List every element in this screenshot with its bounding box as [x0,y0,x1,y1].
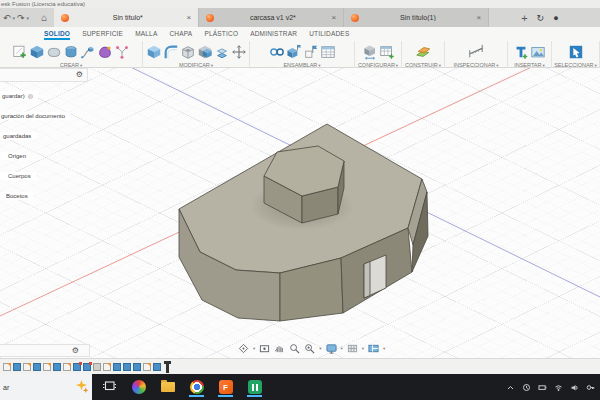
revolve-icon[interactable] [63,44,79,60]
browser-row-label[interactable]: guración del documento [0,112,70,120]
browser-row-label[interactable]: guardadas [0,132,36,140]
timeline-feature-extrude[interactable] [13,363,21,371]
viewports-icon[interactable] [368,343,379,354]
gear-icon[interactable]: ⚙ [76,71,83,79]
move-icon[interactable] [231,44,247,60]
home-icon[interactable]: ⌂ [41,12,47,23]
green-app-button[interactable] [247,377,262,397]
chevron-up-icon[interactable] [506,378,515,396]
gear-icon[interactable]: ⚙ [72,347,79,355]
document-tab[interactable]: Sin título*× [54,8,199,27]
chevron-down-icon[interactable]: ▾ [13,15,16,21]
close-icon[interactable]: × [477,13,482,22]
3d-scene[interactable] [0,68,600,358]
timeline-feature-extrude[interactable] [153,363,161,371]
timeline-feature-sketch[interactable] [23,363,31,371]
select-icon[interactable] [568,44,584,60]
timeline-playhead[interactable] [166,361,169,373]
fit-icon[interactable] [304,343,315,354]
bom-table-icon[interactable] [320,44,336,60]
ribbon-tab-solido[interactable]: SOLIDO [44,30,70,40]
key-icon[interactable] [586,378,595,396]
display-settings-icon[interactable] [326,343,337,354]
timeline-feature-extrude[interactable] [133,363,141,371]
ribbon-tab-chapa[interactable]: CHAPA [169,30,192,40]
chrome-button[interactable] [189,377,204,397]
pan-icon[interactable] [274,343,285,354]
browser-row[interactable]: guardadas [0,124,88,142]
grid-settings-icon[interactable] [347,343,358,354]
combine-icon[interactable] [197,44,213,60]
joint-icon[interactable] [269,44,285,60]
timeline-feature-extrude[interactable] [123,363,131,371]
timeline-feature-extrude[interactable] [33,363,41,371]
bottom-panel[interactable]: ⚙ [0,344,90,357]
timeline-feature-gray[interactable] [93,363,101,371]
timeline-feature-combine[interactable] [83,363,91,371]
create-sketch-icon[interactable] [12,44,28,60]
new-component-icon[interactable] [286,44,302,60]
insert-image-icon[interactable] [530,44,546,60]
timeline-feature-sketch[interactable] [143,363,151,371]
model-body[interactable] [179,124,428,321]
browser-row-label[interactable]: guardar)◎ [0,91,38,100]
chevron-down-icon[interactable]: ▾ [383,346,385,351]
radio-icon[interactable]: ◎ [28,93,33,99]
browser-row[interactable]: guardar)◎ [0,84,88,102]
chevron-down-icon[interactable]: ▾ [27,15,30,21]
sync-icon[interactable] [522,378,531,396]
timeline-feature-sketch[interactable] [43,363,51,371]
timeline-feature-extrude[interactable] [53,363,61,371]
construction-plane-icon[interactable] [415,44,431,60]
config-table-icon[interactable] [379,44,395,60]
insert-element-icon[interactable] [513,44,529,60]
chevron-down-icon[interactable]: ▾ [253,346,255,351]
ribbon-tab-malla[interactable]: MALLA [135,30,157,40]
extrude-icon[interactable] [29,44,45,60]
shell-icon[interactable] [180,44,196,60]
close-icon[interactable]: × [332,13,337,22]
profile-icon[interactable]: ● [553,13,558,23]
browser-row[interactable]: Bocetos [0,184,88,202]
timeline-feature-sketch[interactable] [3,363,11,371]
timeline-feature-sketch[interactable] [103,363,111,371]
browser-row-label[interactable]: Origen [0,152,31,160]
orbit-icon[interactable] [238,343,249,354]
file-explorer-button[interactable] [160,377,175,397]
ribbon-tab-administrar[interactable]: ADMINISTRAR [250,30,297,40]
volume-icon[interactable] [570,378,579,396]
document-tab[interactable]: carcasa v1 v2*× [199,8,344,27]
rigid-group-icon[interactable] [303,44,319,60]
chevron-down-icon[interactable]: ▾ [362,346,364,351]
redo-icon[interactable]: ↷ [17,13,25,23]
browser-row-label[interactable]: Bocetos [0,192,33,200]
fillet-icon[interactable] [163,44,179,60]
ribbon-tab-superficie[interactable]: SUPERFICIE [82,30,123,40]
offset-icon[interactable] [214,44,230,60]
fusion-360-button[interactable]: F [218,377,233,397]
viewport-canvas[interactable]: ⚙ guardar)◎guración del documentoguardad… [0,68,600,358]
sweep-icon[interactable] [80,44,96,60]
wifi-icon[interactable] [554,378,563,396]
browser-row[interactable]: Cuerpos [0,164,88,182]
look-at-icon[interactable] [259,343,270,354]
task-view-button[interactable] [102,377,117,397]
document-tab[interactable]: Sin título(1)× [344,8,489,27]
browser-header[interactable]: ⚙ [0,68,88,82]
form-icon[interactable] [46,44,62,60]
timeline-feature-combine[interactable] [73,363,81,371]
timeline-feature-extrude[interactable] [113,363,121,371]
browser-row-label[interactable]: Cuerpos [0,172,36,180]
browser-row[interactable]: Origen [0,144,88,162]
sparkle-icon[interactable] [74,379,89,395]
chevron-down-icon[interactable]: ▾ [341,346,343,351]
timeline-feature-sketch[interactable] [63,363,71,371]
photos-app-button[interactable] [131,377,146,397]
undo-icon[interactable]: ↶ [3,13,11,23]
press-pull-icon[interactable] [146,44,162,60]
sync-icon[interactable]: ↻ [537,13,545,23]
configuration-icon[interactable] [362,44,378,60]
sculpt-icon[interactable] [97,44,113,60]
chevron-down-icon[interactable]: ▾ [319,346,321,351]
zoom-icon[interactable] [289,343,300,354]
